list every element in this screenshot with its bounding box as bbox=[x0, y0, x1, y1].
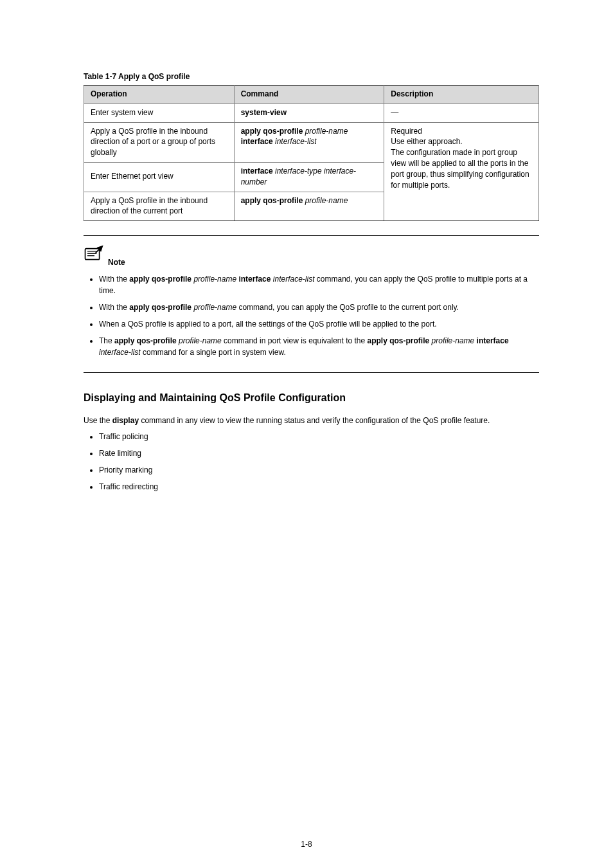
list-item: With the apply qos-profile profile-name … bbox=[99, 302, 539, 313]
t: With the bbox=[99, 275, 129, 284]
cell-cmd-1: apply qos-profile profile-name interface… bbox=[234, 122, 384, 162]
cmd-strong: apply qos-profile bbox=[368, 336, 430, 345]
t: When a QoS profile is applied to a port,… bbox=[99, 320, 437, 329]
cmd-arg: profile-name bbox=[193, 275, 236, 284]
cmd-kw: interface bbox=[236, 275, 273, 284]
table-row: Apply a QoS profile in the inbound direc… bbox=[84, 122, 539, 162]
table-row: Enter system view system-view — bbox=[84, 104, 539, 122]
cell-op-2: Enter Ethernet port view bbox=[84, 162, 235, 192]
cmd-arg: profile-name bbox=[432, 336, 475, 345]
table-header-row: Operation Command Description bbox=[84, 86, 539, 104]
table-caption-label: Table 1-7 Apply a QoS profile bbox=[84, 72, 190, 81]
list-item: Rate limiting bbox=[99, 448, 539, 459]
divider bbox=[84, 372, 539, 373]
cell-op-0: Enter system view bbox=[84, 104, 235, 122]
t: command in port view is equivalent to th… bbox=[222, 336, 368, 345]
list-item: With the apply qos-profile profile-name … bbox=[99, 273, 539, 296]
section-heading: Displaying and Maintaining QoS Profile C… bbox=[84, 390, 539, 406]
cmd-arg: profile-name bbox=[193, 303, 236, 312]
cmd-arg: profile-name bbox=[305, 196, 348, 205]
cmd-arg: interface-list bbox=[99, 348, 141, 357]
cmd-arg: interface-list bbox=[275, 137, 317, 146]
qos-profile-table: Operation Command Description Enter syst… bbox=[84, 85, 539, 221]
th-description: Description bbox=[384, 86, 539, 104]
note-header: Note bbox=[84, 245, 539, 268]
cmd-strong: apply qos-profile bbox=[129, 303, 191, 312]
cell-op-1: Apply a QoS profile in the inbound direc… bbox=[84, 122, 235, 162]
th-command: Command bbox=[234, 86, 384, 104]
cmd-kw: interface bbox=[241, 137, 273, 146]
maint-list: Traffic policing Rate limiting Priority … bbox=[84, 431, 539, 493]
cell-cmd-0: system-view bbox=[234, 104, 384, 122]
note-label: Note bbox=[108, 257, 125, 268]
cell-cmd-2: interface interface-type interface-numbe… bbox=[234, 162, 384, 192]
cmd-arg: interface-list bbox=[273, 275, 315, 284]
divider bbox=[84, 235, 539, 236]
cell-op-3: Apply a QoS profile in the inbound direc… bbox=[84, 192, 235, 221]
list-item: Priority marking bbox=[99, 464, 539, 476]
list-item: Traffic policing bbox=[99, 431, 539, 442]
page-number: 1-8 bbox=[301, 838, 312, 850]
cmd-strong: apply qos-profile bbox=[129, 275, 191, 284]
t: With the bbox=[99, 303, 129, 312]
list-item: When a QoS profile is applied to a port,… bbox=[99, 318, 539, 330]
table-caption: Table 1-7 Apply a QoS profile bbox=[84, 71, 539, 82]
cmd-strong: apply qos-profile bbox=[241, 196, 303, 205]
t: command, you can apply the QoS profile t… bbox=[236, 303, 459, 312]
cmd-arg: profile-name bbox=[179, 336, 222, 345]
list-item: Traffic redirecting bbox=[99, 481, 539, 493]
cell-desc-1: Required Use either approach. The config… bbox=[384, 122, 539, 221]
cmd-arg: profile-name bbox=[305, 127, 348, 136]
cmd-strong: display bbox=[112, 416, 139, 425]
t: command in any view to view the running … bbox=[139, 416, 490, 425]
cmd-strong: interface bbox=[241, 167, 273, 176]
list-item: The apply qos-profile profile-name comma… bbox=[99, 335, 539, 358]
note-icon bbox=[84, 245, 105, 268]
cmd-kw: interface bbox=[477, 336, 509, 345]
th-operation: Operation bbox=[84, 86, 235, 104]
cmd-strong: system-view bbox=[241, 108, 287, 117]
intro-paragraph: Use the display command in any view to v… bbox=[84, 415, 539, 427]
t: The bbox=[99, 336, 114, 345]
cell-desc-0: — bbox=[384, 104, 539, 122]
t: Use the bbox=[84, 416, 112, 425]
svg-rect-0 bbox=[85, 249, 100, 260]
cell-cmd-3: apply qos-profile profile-name bbox=[234, 192, 384, 221]
note-list: With the apply qos-profile profile-name … bbox=[84, 273, 539, 358]
cmd-strong: apply qos-profile bbox=[241, 127, 303, 136]
t: command for a single port in system view… bbox=[141, 348, 286, 357]
cmd-strong: apply qos-profile bbox=[114, 336, 177, 345]
